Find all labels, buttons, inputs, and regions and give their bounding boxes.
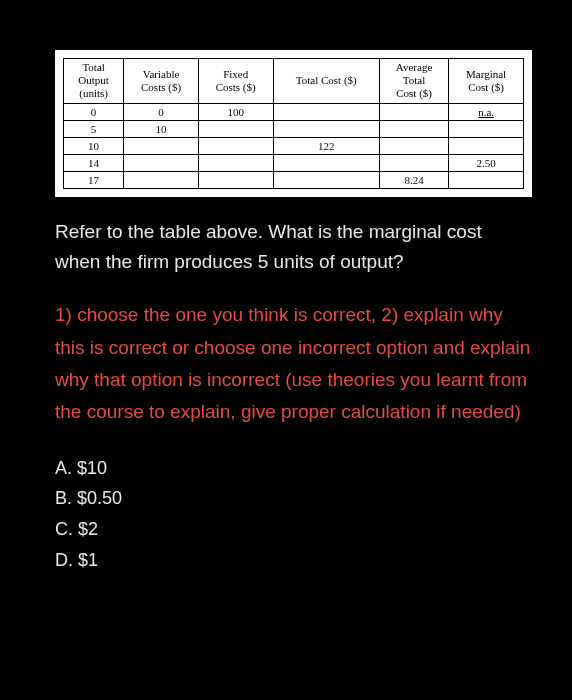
table-row: 17 8.24 xyxy=(64,171,524,188)
cost-table-container: Total Output (units) Variable Costs ($) … xyxy=(55,50,532,197)
answer-options: A. $10 B. $0.50 C. $2 D. $1 xyxy=(55,454,532,575)
cell xyxy=(124,137,199,154)
table-row: 5 10 xyxy=(64,120,524,137)
cell xyxy=(380,154,449,171)
header-output: Total Output (units) xyxy=(64,59,124,104)
cell xyxy=(380,120,449,137)
cell: 0 xyxy=(64,103,124,120)
option-a: A. $10 xyxy=(55,454,532,483)
option-d: D. $1 xyxy=(55,546,532,575)
header-total-cost: Total Cost ($) xyxy=(273,59,380,104)
cell: 122 xyxy=(273,137,380,154)
cell xyxy=(273,154,380,171)
instructions-text: 1) choose the one you think is correct, … xyxy=(55,299,532,428)
cell xyxy=(380,103,449,120)
header-atc: Average Total Cost ($) xyxy=(380,59,449,104)
question-text: Refer to the table above. What is the ma… xyxy=(55,217,532,278)
cell xyxy=(124,171,199,188)
header-fixed-costs: Fixed Costs ($) xyxy=(198,59,273,104)
cell xyxy=(449,120,524,137)
cell: 17 xyxy=(64,171,124,188)
option-b: B. $0.50 xyxy=(55,484,532,513)
cell: 100 xyxy=(198,103,273,120)
header-variable-costs: Variable Costs ($) xyxy=(124,59,199,104)
cell xyxy=(198,137,273,154)
cell xyxy=(198,154,273,171)
header-mc: Marginal Cost ($) xyxy=(449,59,524,104)
cell xyxy=(273,120,380,137)
cell: 0 xyxy=(124,103,199,120)
table-row: 14 2.50 xyxy=(64,154,524,171)
cell: 2.50 xyxy=(449,154,524,171)
cell: 10 xyxy=(124,120,199,137)
table-row: 10 122 xyxy=(64,137,524,154)
cell: 14 xyxy=(64,154,124,171)
cell: 8.24 xyxy=(380,171,449,188)
cell xyxy=(198,120,273,137)
option-c: C. $2 xyxy=(55,515,532,544)
cost-table: Total Output (units) Variable Costs ($) … xyxy=(63,58,524,189)
cell: n.a. xyxy=(449,103,524,120)
table-row: 0 0 100 n.a. xyxy=(64,103,524,120)
cell xyxy=(124,154,199,171)
cell xyxy=(449,171,524,188)
cell xyxy=(449,137,524,154)
cell: 5 xyxy=(64,120,124,137)
cell: 10 xyxy=(64,137,124,154)
cell xyxy=(198,171,273,188)
cell xyxy=(273,103,380,120)
cell xyxy=(273,171,380,188)
cell xyxy=(380,137,449,154)
